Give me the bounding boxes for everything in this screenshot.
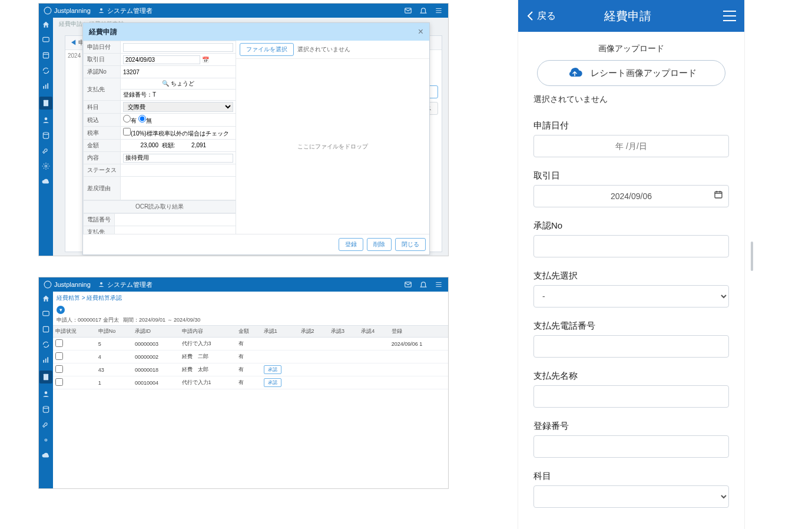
board-icon[interactable] — [41, 325, 51, 334]
menu-icon[interactable] — [434, 280, 443, 289]
approval-table: 申請状況申請No承認ID申請内容金額承認1承認2承認3承認4登録 5000000… — [53, 325, 448, 389]
menu-icon[interactable] — [434, 6, 443, 15]
svg-rect-18 — [45, 359, 47, 363]
refresh-icon[interactable] — [41, 66, 51, 75]
approve-button[interactable]: 承認 — [264, 378, 281, 387]
table-row[interactable]: 100010004代行で入力1有承認 — [53, 376, 448, 389]
detail-input[interactable] — [123, 154, 233, 163]
approve-no-input[interactable] — [533, 235, 729, 257]
table-row[interactable]: 400000002経費 二郎有 — [53, 351, 448, 363]
regno-input[interactable] — [533, 435, 729, 458]
close-icon[interactable]: × — [418, 27, 423, 37]
chat-icon[interactable] — [41, 309, 51, 319]
board-icon[interactable] — [41, 51, 51, 60]
cloud-icon[interactable] — [41, 177, 51, 186]
approve-button[interactable]: 承認 — [264, 365, 281, 374]
menu-icon[interactable] — [723, 11, 736, 21]
chat-icon[interactable] — [41, 35, 51, 45]
payee-name-input[interactable] — [533, 385, 729, 408]
approve-no-value: 13207 — [121, 66, 236, 78]
account-select[interactable] — [533, 485, 729, 508]
tax-label: 税込 — [84, 114, 121, 127]
account-label: 科目 — [84, 101, 121, 114]
trade-date-input[interactable] — [533, 185, 729, 207]
home-icon[interactable] — [41, 20, 51, 29]
payee-tel-input[interactable] — [533, 335, 729, 358]
account-label: 科目 — [533, 471, 729, 482]
summary-line: 申請人：00000017 金円太 期間：2024/09/01 ～ 2024/09… — [53, 315, 448, 325]
user-icon[interactable] — [41, 389, 51, 399]
taxrate-checkbox[interactable]: (10%)標準税率以外の場合はチェック — [123, 130, 229, 137]
status-label: ステータス — [84, 164, 121, 177]
svg-rect-6 — [45, 85, 47, 89]
svg-rect-5 — [43, 86, 44, 89]
tax-radio-yes[interactable]: 有 — [123, 117, 137, 124]
table-column-header: 承認2 — [299, 326, 329, 338]
row-checkbox[interactable] — [55, 352, 63, 360]
db-icon[interactable] — [41, 131, 51, 140]
wrench-icon[interactable] — [41, 146, 51, 156]
svg-point-11 — [45, 165, 47, 167]
approve-no-label: 承認No — [84, 66, 121, 78]
row-checkbox[interactable] — [55, 339, 63, 347]
db-icon[interactable] — [41, 405, 51, 414]
bell-icon[interactable] — [419, 280, 428, 289]
dropzone[interactable]: ここにファイルをドロップ — [236, 59, 429, 234]
upload-receipt-button[interactable]: レシート画像アップロード — [537, 60, 725, 86]
chart-icon[interactable] — [41, 355, 51, 365]
table-column-header: 承認3 — [329, 326, 359, 338]
payee-name-field: 支払先名称 — [533, 371, 729, 408]
brand: Justplanning — [44, 6, 91, 15]
table-column-header: 承認4 — [359, 326, 389, 338]
gear-icon[interactable] — [41, 435, 51, 445]
app-header: Justplanning システム管理者 — [39, 4, 448, 18]
refresh-icon[interactable] — [41, 340, 51, 349]
mail-icon[interactable] — [403, 280, 413, 289]
filter-toggle-button[interactable]: ▾ — [57, 306, 65, 314]
svg-rect-4 — [43, 52, 48, 58]
detail-label: 内容 — [84, 152, 121, 164]
modal-delete-button[interactable]: 削除 — [367, 238, 392, 251]
filter-bar: ▾ — [53, 305, 448, 315]
gear-icon[interactable] — [41, 161, 51, 171]
approve-no-field: 承認No — [533, 220, 729, 257]
svg-point-23 — [45, 439, 47, 441]
table-row[interactable]: 4300000018経費 太郎有承認 — [53, 363, 448, 376]
apply-date-label: 申請日付 — [533, 120, 729, 131]
page-divider-handle[interactable] — [751, 242, 753, 271]
doc-icon[interactable] — [39, 97, 52, 110]
trade-date-input[interactable] — [123, 55, 200, 64]
tax-radio-no[interactable]: 無 — [138, 117, 152, 124]
user-icon[interactable] — [41, 115, 51, 125]
cloud-icon[interactable] — [41, 451, 51, 460]
table-column-header: 承認ID — [132, 326, 180, 338]
home-icon[interactable] — [41, 294, 51, 303]
doc-icon[interactable] — [39, 371, 52, 383]
table-column-header: 申請状況 — [53, 326, 96, 338]
ocr-payee-value — [115, 226, 236, 234]
ocr-section-header: OCR読み取り結果 — [83, 200, 236, 213]
modal-close-button[interactable]: 閉じる — [395, 238, 426, 251]
mobile-expense-form: 戻る 経費申請 画像アップロード レシート画像アップロード 選択されていません … — [518, 0, 745, 529]
wrench-icon[interactable] — [41, 420, 51, 429]
calendar-icon[interactable] — [714, 190, 723, 201]
chart-icon[interactable] — [41, 81, 51, 91]
account-field: 科目 — [533, 471, 729, 508]
breadcrumb: 経費精算 > 経費精算承認 — [53, 292, 448, 305]
file-select-button[interactable]: ファイルを選択 — [240, 43, 294, 56]
mail-icon[interactable] — [403, 6, 413, 15]
apply-date-input[interactable] — [533, 135, 729, 157]
modal-register-button[interactable]: 登録 — [339, 238, 363, 251]
apply-date-input[interactable] — [123, 43, 233, 52]
account-select[interactable]: 交際費 — [123, 102, 233, 112]
bell-icon[interactable] — [419, 6, 428, 15]
svg-point-10 — [43, 133, 48, 135]
row-checkbox[interactable] — [55, 378, 63, 386]
row-checkbox[interactable] — [55, 365, 63, 373]
table-row[interactable]: 500000003代行で入力3有2024/09/06 1 — [53, 338, 448, 351]
approval-main: 経費精算 > 経費精算承認 ▾ 申請人：00000017 金円太 期間：2024… — [53, 292, 448, 488]
expense-modal: 経費申請 × 申請日付 取引日 📅 承認No13207 支払先🔍 ちょうど 登録… — [82, 22, 430, 255]
ocr-tel-value — [115, 214, 236, 226]
payee-select[interactable]: - — [533, 285, 729, 308]
reject-value — [121, 177, 236, 200]
